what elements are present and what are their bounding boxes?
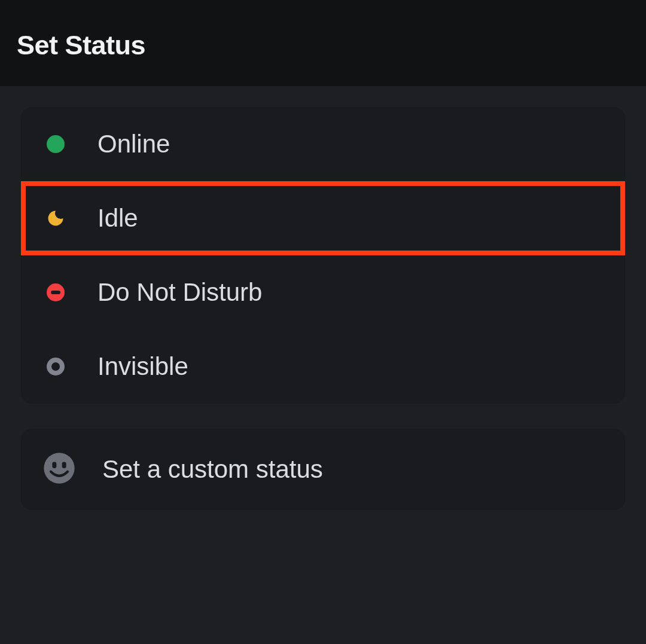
- status-label-dnd: Do Not Disturb: [97, 278, 262, 307]
- svg-rect-2: [62, 462, 66, 469]
- header: Set Status: [0, 0, 646, 86]
- online-icon: [45, 133, 66, 155]
- svg-point-0: [44, 453, 74, 483]
- custom-status-label: Set a custom status: [102, 455, 323, 484]
- status-option-invisible[interactable]: Invisible: [21, 329, 625, 404]
- status-options-card: Online Idle Do Not Disturb Invisible: [21, 107, 625, 404]
- status-label-idle: Idle: [97, 204, 138, 233]
- status-option-online[interactable]: Online: [21, 107, 625, 181]
- set-custom-status-button[interactable]: Set a custom status: [21, 429, 625, 510]
- status-label-invisible: Invisible: [97, 352, 188, 381]
- status-label-online: Online: [97, 130, 170, 158]
- smiley-icon: [42, 451, 76, 487]
- svg-rect-1: [52, 462, 56, 469]
- custom-status-card: Set a custom status: [21, 429, 625, 510]
- idle-icon: [45, 207, 66, 229]
- dnd-icon: [45, 282, 66, 303]
- status-option-dnd[interactable]: Do Not Disturb: [21, 255, 625, 329]
- status-option-idle[interactable]: Idle: [21, 181, 625, 255]
- content-area: Online Idle Do Not Disturb Invisible: [0, 86, 646, 531]
- page-title: Set Status: [17, 30, 629, 61]
- invisible-icon: [45, 356, 66, 377]
